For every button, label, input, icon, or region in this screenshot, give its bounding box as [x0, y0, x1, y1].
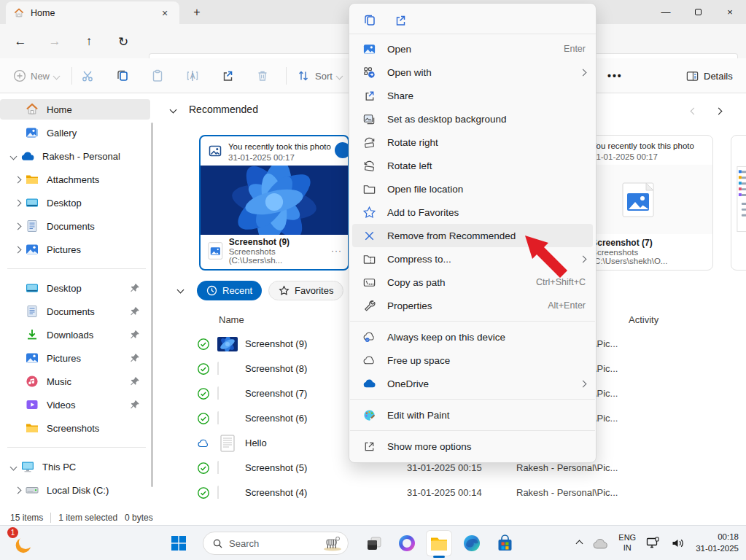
sort-button[interactable]: Sort: [296, 66, 342, 86]
menu-item-open-with[interactable]: Open with: [352, 61, 593, 84]
chevron-right-icon[interactable]: [10, 201, 25, 206]
column-header-name[interactable]: Name: [219, 314, 244, 325]
tab-recent[interactable]: Recent: [197, 281, 262, 300]
menu-item-share[interactable]: Share: [352, 84, 593, 107]
tab-home[interactable]: Home ×: [6, 1, 179, 24]
taskbar-app-notification[interactable]: 1: [10, 531, 35, 556]
card-more-button[interactable]: ···: [331, 246, 342, 256]
start-button[interactable]: [166, 531, 191, 556]
sidebar-item-attachments[interactable]: Attachments: [0, 169, 150, 190]
sidebar-item-local-disk-c[interactable]: Local Disk (C:): [0, 480, 150, 500]
task-view-button[interactable]: [362, 531, 386, 556]
minimize-button[interactable]: —: [650, 0, 682, 24]
more-options-icon: [362, 440, 376, 454]
synced-check-icon: [197, 486, 210, 499]
sidebar-item-desktop[interactable]: Desktop: [0, 192, 150, 213]
edge-button[interactable]: [459, 531, 484, 556]
home-icon: [13, 7, 25, 19]
menu-item-set-as-desktop-background[interactable]: Set as desktop background: [352, 107, 593, 131]
new-button[interactable]: New: [13, 66, 59, 86]
pin-icon: [130, 353, 140, 363]
chevron-right-icon[interactable]: [10, 224, 25, 229]
menu-item-free-up-space[interactable]: Free up space: [352, 349, 593, 372]
sidebar-item-videos[interactable]: Videos: [0, 394, 150, 415]
sidebar-item-screenshots[interactable]: Screenshots: [0, 418, 150, 438]
store-button[interactable]: [492, 531, 517, 556]
menu-item-rotate-right[interactable]: Rotate right: [352, 131, 593, 154]
language-indicator[interactable]: ENG IN: [618, 533, 636, 553]
cut-button[interactable]: [80, 66, 95, 86]
column-header-activity[interactable]: Activity: [629, 314, 658, 325]
menu-item-rotate-left[interactable]: Rotate left: [352, 154, 593, 177]
chevron-right-icon[interactable]: [10, 177, 25, 182]
rename-button[interactable]: A: [185, 66, 200, 86]
copilot-button[interactable]: [395, 531, 419, 556]
recommended-card-clipped[interactable]: [731, 135, 746, 271]
share-icon[interactable]: [393, 13, 408, 28]
share-button[interactable]: [220, 66, 235, 86]
divider: [350, 399, 595, 400]
card-title: You recently took this photo: [591, 141, 694, 152]
sidebar-item-gallery[interactable]: Gallery: [0, 122, 150, 143]
recommended-prev-button[interactable]: [685, 103, 702, 119]
chevron-right-icon[interactable]: [10, 247, 25, 252]
back-button[interactable]: ←: [9, 30, 32, 53]
chevron-down-icon[interactable]: [6, 154, 20, 159]
windows-logo-icon: [171, 535, 187, 551]
tray-expand-icon[interactable]: [576, 540, 583, 547]
copy-icon[interactable]: [362, 13, 377, 28]
chevron-right-icon[interactable]: [10, 488, 25, 493]
menu-item-properties[interactable]: Properties Alt+Enter: [352, 294, 593, 317]
copy-button[interactable]: [115, 66, 130, 86]
paste-button[interactable]: [150, 66, 165, 86]
delete-button[interactable]: [255, 66, 270, 86]
card-mini-screenshot: [731, 165, 746, 234]
chevron-down-icon[interactable]: [6, 464, 20, 470]
store-icon: [496, 534, 514, 553]
menu-item-open[interactable]: Open Enter: [352, 37, 593, 61]
sidebar-scrollbar[interactable]: [151, 122, 153, 487]
rotate-right-icon: [362, 136, 376, 149]
sidebar-item-pictures-pinned[interactable]: Pictures: [0, 348, 150, 368]
tab-favorites[interactable]: Favorites: [268, 281, 343, 300]
menu-item-add-to-favorites[interactable]: Add to Favorites: [352, 201, 593, 224]
collapse-recommended-icon[interactable]: [170, 106, 177, 113]
see-more-button[interactable]: •••: [607, 66, 623, 86]
menu-item-show-more-options[interactable]: Show more options: [352, 435, 593, 458]
onedrive-tray-icon[interactable]: [592, 538, 608, 549]
sidebar-item-pictures[interactable]: Pictures: [0, 239, 150, 260]
sidebar-item-desktop-pinned[interactable]: Desktop: [0, 278, 150, 298]
close-button[interactable]: ×: [714, 0, 746, 24]
maximize-button[interactable]: [682, 0, 714, 24]
file-row-screenshot-4[interactable]: Screenshot (4) 31-01-2025 00:14 Rakesh -…: [155, 481, 746, 505]
recommended-next-button[interactable]: [710, 103, 726, 119]
tab-close-icon[interactable]: ×: [158, 6, 172, 20]
sidebar-item-documents[interactable]: Documents: [0, 216, 150, 236]
menu-item-onedrive[interactable]: OneDrive: [352, 372, 593, 395]
collapse-recent-icon[interactable]: [177, 287, 184, 294]
sidebar-item-onedrive-personal[interactable]: Rakesh - Personal: [0, 146, 150, 166]
card-file-name: Screenshot (9): [229, 237, 325, 247]
menu-item-always-keep-on-device[interactable]: Always keep on this device: [352, 325, 593, 349]
details-button[interactable]: Details: [685, 66, 733, 86]
taskbar-search[interactable]: Search: [203, 532, 349, 555]
up-button[interactable]: ↑: [77, 30, 101, 53]
menu-item-edit-with-paint[interactable]: Edit with Paint: [352, 403, 593, 427]
notification-badge: 1: [7, 527, 18, 538]
sidebar-item-home[interactable]: Home: [0, 99, 150, 120]
new-tab-button[interactable]: +: [188, 4, 206, 21]
volume-icon[interactable]: [671, 537, 685, 549]
forward-button[interactable]: →: [43, 30, 66, 53]
sidebar-item-documents-pinned[interactable]: Documents: [0, 301, 150, 322]
menu-item-open-file-location[interactable]: Open file location: [352, 177, 593, 201]
network-icon[interactable]: [646, 537, 661, 550]
sidebar-item-music[interactable]: Music: [0, 371, 150, 392]
sidebar-item-this-pc[interactable]: This PC: [0, 456, 150, 477]
folder-icon: [25, 421, 39, 435]
clock[interactable]: 00:18 31-01-2025: [696, 532, 739, 554]
refresh-button[interactable]: ↻: [112, 30, 135, 53]
file-explorer-button[interactable]: [427, 531, 451, 556]
sidebar-item-downloads[interactable]: Downloads: [0, 324, 150, 345]
recommended-card-screenshot-9[interactable]: You recently took this photo 31-01-2025 …: [199, 135, 349, 271]
divider: [286, 67, 287, 85]
